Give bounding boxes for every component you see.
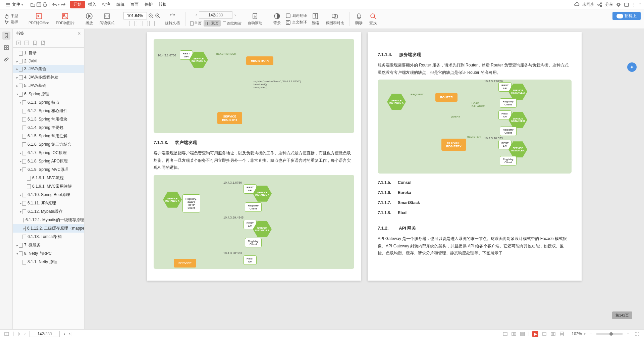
- sidebar-toggle-icon[interactable]: [4, 331, 9, 337]
- auto-scroll[interactable]: 自动滚动: [246, 12, 264, 26]
- more-icon[interactable]: ⋮: [632, 2, 636, 7]
- prev-page-icon[interactable]: ‹: [196, 13, 197, 17]
- play-status-icon[interactable]: ▶: [532, 331, 538, 337]
- background-tool[interactable]: 背景: [271, 12, 283, 26]
- annotate-tab[interactable]: 批注: [100, 0, 113, 9]
- fit-visible-icon[interactable]: [149, 21, 155, 26]
- upload-badge[interactable]: 拓稳上: [612, 12, 641, 20]
- bookmark-item[interactable]: 6.1.13. Tomcat架构: [13, 233, 84, 241]
- bookmark-item[interactable]: ▸6.1.1. Spring 特点: [13, 98, 84, 107]
- double-page-mode[interactable]: 双页: [204, 20, 221, 27]
- bookmark-item[interactable]: ▸7. 微服务: [13, 241, 84, 249]
- close-panel-icon[interactable]: ✕: [77, 31, 81, 36]
- pdf-to-office[interactable]: PDF转Office: [26, 12, 51, 26]
- convert-tab[interactable]: 转换: [156, 0, 169, 9]
- word-translate[interactable]: 划词翻译: [285, 13, 307, 18]
- select-tool[interactable]: 选择: [4, 19, 18, 25]
- actual-size-icon[interactable]: [143, 21, 148, 26]
- bookmark-item[interactable]: ▸6.1.7. Spring IOC原理: [13, 149, 84, 157]
- pdf-to-image[interactable]: PDF转图片: [54, 12, 76, 26]
- bookmark-item[interactable]: ▸6.1.12.2. 二级缓存原理（mapper基本）: [13, 224, 84, 233]
- window-icon[interactable]: [624, 2, 629, 7]
- bookmark-item[interactable]: ▸6.1.10. Spring Boot原理: [13, 191, 84, 199]
- document-viewport[interactable]: 10.4.3.1:8756 REST API SERVICE INSTANCE …: [85, 29, 644, 329]
- first-page-icon[interactable]: |‹: [18, 332, 20, 336]
- compress-tool[interactable]: 压缩: [310, 12, 321, 26]
- next-page-status-icon[interactable]: ›: [64, 332, 65, 336]
- gear-icon[interactable]: [616, 2, 621, 7]
- bookmark-item[interactable]: ▸6.1.8. Spring APO原理: [13, 157, 84, 165]
- fullscreen-icon[interactable]: [635, 331, 640, 337]
- bookmark-item[interactable]: ▾6. Spring 原理: [13, 90, 84, 98]
- layout-2-icon[interactable]: [511, 331, 517, 337]
- zoom-in-icon[interactable]: [155, 13, 160, 18]
- page-tab[interactable]: 页面: [128, 0, 141, 9]
- view-3-icon[interactable]: [559, 331, 565, 337]
- bookmark-item[interactable]: ▸3. JAVA集合: [13, 65, 84, 73]
- page-number-input[interactable]: 142/283: [199, 11, 232, 19]
- fit-page-icon[interactable]: [136, 21, 141, 26]
- bookmark-item[interactable]: 6.1.9.1. MVC流程: [13, 174, 84, 182]
- rotate-tool[interactable]: 旋转文档: [163, 12, 182, 26]
- zoom-input[interactable]: [123, 12, 147, 19]
- attachments-tab[interactable]: [2, 56, 10, 64]
- screenshot-compare[interactable]: 截图和对比: [324, 12, 346, 26]
- bookmark-item[interactable]: 6.1.3. Spring 常用模块: [13, 115, 84, 124]
- read-aloud[interactable]: 朗读: [353, 12, 365, 26]
- bookmark-settings-icon[interactable]: [40, 40, 46, 46]
- bookmark-item[interactable]: 1. 目录: [13, 49, 84, 57]
- float-assistant-icon[interactable]: ✦: [627, 62, 637, 72]
- bookmark-item[interactable]: 8.1.1. Netty 原理: [13, 258, 84, 266]
- bookmark-item[interactable]: ▾8. Netty 与RPC: [13, 249, 84, 258]
- zoom-minus-icon[interactable]: −: [588, 332, 594, 336]
- next-page-icon[interactable]: ›: [234, 13, 236, 17]
- bookmark-item[interactable]: ▸2. JVM: [13, 57, 84, 65]
- view-2-icon[interactable]: [550, 331, 556, 337]
- bookmark-item[interactable]: 6.1.5. Spring 常用注解: [13, 132, 84, 140]
- redo-icon[interactable]: [60, 2, 66, 7]
- file-menu[interactable]: 文件 ▾: [3, 0, 26, 9]
- start-tab[interactable]: 开始: [70, 1, 85, 8]
- fit-width-icon[interactable]: [129, 21, 135, 26]
- bookmark-item[interactable]: 6.1.6. Spring 第三方结合: [13, 140, 84, 149]
- full-translate[interactable]: 全文翻译: [285, 20, 307, 25]
- collapse-all-icon[interactable]: [24, 40, 30, 46]
- zoom-plus-icon[interactable]: +: [625, 332, 631, 336]
- search-tool[interactable]: 查找: [367, 12, 379, 26]
- last-page-status-icon[interactable]: ›|: [69, 332, 71, 336]
- layout-1-icon[interactable]: [502, 331, 508, 337]
- status-page-input[interactable]: 142/283: [30, 331, 60, 337]
- bookmark-item[interactable]: 6.1.12.1. Mybatis的一级缓存原理（sqlsession级别）: [13, 216, 84, 224]
- share-label[interactable]: 分享: [605, 2, 613, 7]
- hand-tool[interactable]: 手型: [4, 13, 18, 19]
- undo-icon[interactable]: [52, 2, 57, 7]
- prev-page-status-icon[interactable]: ‹: [24, 332, 25, 336]
- save-icon[interactable]: [36, 2, 42, 7]
- reading-mode[interactable]: 阅读模式: [98, 12, 116, 26]
- chevron-up-icon[interactable]: ⌃: [639, 3, 641, 6]
- insert-tab[interactable]: 插入: [86, 0, 99, 9]
- bookmarks-tab[interactable]: [2, 32, 10, 40]
- bookmark-item[interactable]: ▸6.1.11. JPA原理: [13, 199, 84, 207]
- edit-tab[interactable]: 编辑: [114, 0, 127, 9]
- zoom-out-icon[interactable]: [148, 13, 154, 18]
- continuous-mode[interactable]: 连续阅读: [221, 20, 243, 27]
- protect-tab[interactable]: 保护: [142, 0, 155, 9]
- bookmark-item[interactable]: ▸4. JAVA多线程并发: [13, 73, 84, 82]
- zoom-value[interactable]: 102%: [572, 332, 582, 336]
- bookmark-item[interactable]: ▸5. JAVA基础: [13, 82, 84, 90]
- view-1-icon[interactable]: [542, 331, 547, 337]
- bookmark-item[interactable]: 6.1.9.1. MVC常用注解: [13, 182, 84, 191]
- bookmark-item[interactable]: 6.1.2. Spring 核心组件: [13, 107, 84, 115]
- folder-open-icon[interactable]: [30, 2, 36, 7]
- share-icon[interactable]: [597, 2, 602, 7]
- expand-all-icon[interactable]: [16, 40, 21, 46]
- thumbnails-tab[interactable]: [2, 44, 10, 52]
- bookmark-item[interactable]: ▾6.1.9. Spring MVC原理: [13, 165, 84, 174]
- single-page-mode[interactable]: 单页: [189, 20, 203, 27]
- bookmark-item[interactable]: ▾6.1.12. Mybatis缓存: [13, 207, 84, 216]
- add-bookmark-icon[interactable]: [32, 40, 38, 46]
- layout-3-icon[interactable]: [520, 331, 525, 337]
- zoom-slider[interactable]: [596, 333, 623, 335]
- print-icon[interactable]: [42, 2, 48, 7]
